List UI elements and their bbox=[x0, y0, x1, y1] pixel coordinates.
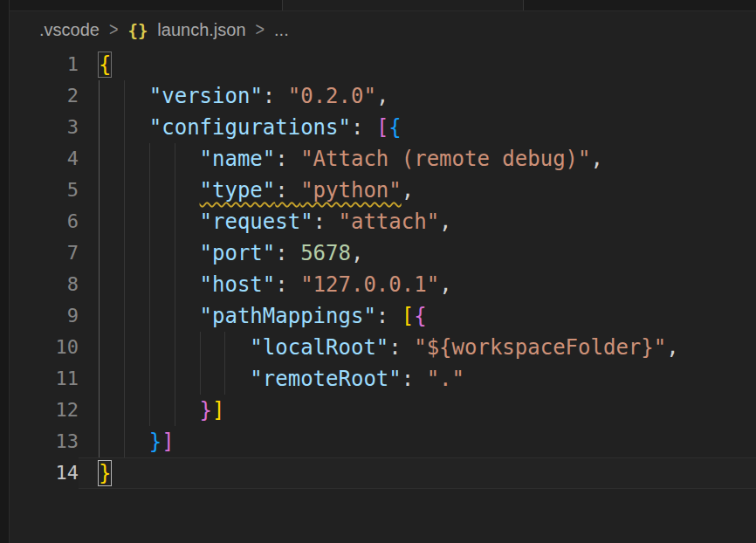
code-line[interactable]: 10"localRoot": "${workspaceFolder}", bbox=[10, 332, 756, 363]
indent-guide bbox=[124, 426, 149, 457]
indent-guide bbox=[124, 175, 149, 206]
line-number[interactable]: 14 bbox=[10, 457, 79, 489]
code-token: [ bbox=[376, 115, 388, 140]
code-token: : bbox=[275, 147, 300, 171]
indent-guide bbox=[99, 363, 124, 395]
code-line-content[interactable]: "remoteRoot": "." bbox=[79, 363, 756, 395]
indent-guide bbox=[99, 300, 124, 332]
indent-guide bbox=[149, 237, 175, 269]
code-token: 5678 bbox=[300, 241, 351, 265]
code-line[interactable]: 1{ bbox=[10, 49, 756, 80]
indent-guide bbox=[99, 143, 124, 175]
code-token: "${workspaceFolder}" bbox=[414, 335, 666, 360]
code-line[interactable]: 5"type": "python", bbox=[10, 175, 756, 206]
breadcrumb-item[interactable]: .vscode bbox=[39, 20, 100, 40]
code-line-content[interactable]: "type": "python", bbox=[79, 175, 756, 206]
code-token: , bbox=[376, 84, 388, 108]
code-line[interactable]: 8"host": "127.0.0.1", bbox=[10, 269, 756, 300]
code-editor[interactable]: 1{2"version": "0.2.0",3"configurations":… bbox=[10, 49, 756, 489]
code-token: "0.2.0" bbox=[288, 84, 376, 108]
indent-guide bbox=[175, 300, 200, 332]
code-line-content[interactable]: "host": "127.0.0.1", bbox=[79, 269, 756, 300]
indent-guide bbox=[99, 206, 124, 237]
indent-guide bbox=[99, 80, 124, 112]
code-line-content[interactable]: "localRoot": "${workspaceFolder}", bbox=[79, 332, 756, 363]
code-token: : bbox=[275, 178, 300, 203]
matched-bracket: } bbox=[99, 461, 111, 485]
code-line-content[interactable]: "port": 5678, bbox=[79, 237, 756, 269]
line-number[interactable]: 11 bbox=[10, 363, 79, 395]
indent-guide bbox=[124, 332, 149, 363]
line-number[interactable]: 13 bbox=[10, 426, 79, 457]
code-line[interactable]: 11"remoteRoot": "." bbox=[10, 363, 756, 395]
indent-guide bbox=[124, 395, 149, 426]
code-token: "host" bbox=[200, 272, 276, 297]
breadcrumb: .vscode>{}launch.json>... bbox=[10, 11, 756, 49]
line-number[interactable]: 12 bbox=[10, 395, 79, 426]
code-token: , bbox=[591, 147, 603, 171]
code-token: , bbox=[351, 241, 363, 265]
editor-tab-bar[interactable] bbox=[10, 0, 756, 11]
indent-guide bbox=[124, 269, 149, 300]
tab-divider bbox=[523, 0, 524, 10]
indent-guide bbox=[149, 363, 175, 395]
indent-guide bbox=[99, 426, 124, 457]
code-line[interactable]: 13}] bbox=[10, 426, 756, 457]
code-line[interactable]: 3"configurations": [{ bbox=[10, 112, 756, 143]
code-token: : bbox=[263, 84, 288, 108]
breadcrumb-item[interactable]: ... bbox=[274, 20, 289, 40]
code-line-content[interactable]: "request": "attach", bbox=[79, 206, 756, 237]
code-line-content[interactable]: "name": "Attach (remote debug)", bbox=[79, 143, 756, 175]
code-token: ] bbox=[212, 398, 224, 423]
code-line-content[interactable]: } bbox=[79, 457, 756, 489]
code-line-content[interactable]: "pathMappings": [{ bbox=[79, 300, 756, 332]
code-token: "Attach (remote debug)" bbox=[300, 147, 590, 171]
line-number[interactable]: 1 bbox=[10, 49, 79, 80]
indent-guide bbox=[149, 175, 175, 206]
indent-guide bbox=[175, 175, 200, 206]
line-number[interactable]: 3 bbox=[10, 112, 79, 143]
code-token: "type" bbox=[200, 178, 276, 203]
line-number[interactable]: 8 bbox=[10, 269, 79, 300]
active-tab-sliver[interactable] bbox=[282, 0, 523, 10]
line-number[interactable]: 7 bbox=[10, 237, 79, 269]
line-number[interactable]: 2 bbox=[10, 80, 79, 112]
code-token: "python" bbox=[300, 178, 402, 203]
code-line[interactable]: 7"port": 5678, bbox=[10, 237, 756, 269]
indent-guide bbox=[124, 80, 149, 112]
chevron-right-icon: > bbox=[109, 18, 119, 41]
indent-guide bbox=[124, 112, 149, 143]
code-token: : bbox=[376, 304, 402, 328]
code-token: [ bbox=[402, 304, 414, 328]
code-line[interactable]: 6"request": "attach", bbox=[10, 206, 756, 237]
code-line-content[interactable]: "configurations": [{ bbox=[79, 112, 756, 143]
line-number[interactable]: 6 bbox=[10, 206, 79, 237]
code-line[interactable]: 14} bbox=[10, 457, 756, 489]
code-line[interactable]: 2"version": "0.2.0", bbox=[10, 80, 756, 112]
code-line-content[interactable]: }] bbox=[79, 426, 756, 457]
code-token: { bbox=[414, 304, 426, 328]
code-line[interactable]: 4"name": "Attach (remote debug)", bbox=[10, 143, 756, 175]
indent-guide bbox=[175, 237, 200, 269]
code-line-content[interactable]: { bbox=[79, 49, 756, 80]
code-token: "127.0.0.1" bbox=[300, 272, 439, 297]
code-line-content[interactable]: "version": "0.2.0", bbox=[79, 80, 756, 112]
indent-guide bbox=[99, 112, 124, 143]
line-number[interactable]: 10 bbox=[10, 332, 79, 363]
line-number[interactable]: 4 bbox=[10, 143, 79, 175]
chevron-right-icon: > bbox=[256, 18, 265, 41]
code-token: "pathMappings" bbox=[200, 304, 376, 328]
indent-guide bbox=[149, 206, 175, 237]
code-line[interactable]: 9"pathMappings": [{ bbox=[10, 300, 756, 332]
indent-guide bbox=[175, 395, 200, 426]
code-line[interactable]: 12}] bbox=[10, 395, 756, 426]
indent-guide bbox=[200, 332, 225, 363]
indent-guide bbox=[99, 237, 124, 269]
code-token: : bbox=[402, 367, 427, 391]
line-number[interactable]: 9 bbox=[10, 300, 79, 332]
breadcrumb-item[interactable]: launch.json bbox=[157, 20, 245, 40]
indent-guide bbox=[124, 237, 149, 269]
line-number[interactable]: 5 bbox=[10, 175, 79, 206]
indent-guide bbox=[149, 300, 175, 332]
code-line-content[interactable]: }] bbox=[79, 395, 756, 426]
